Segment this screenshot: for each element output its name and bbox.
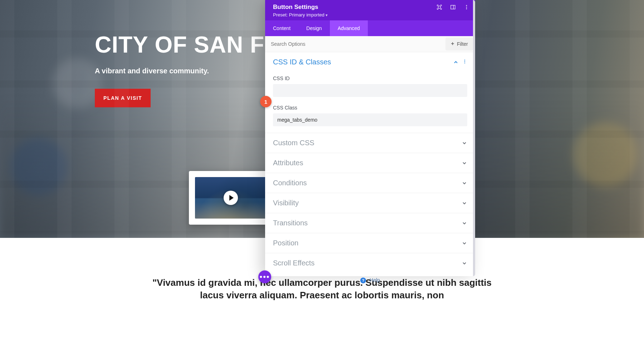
tabs: Content Design Advanced: [265, 20, 475, 36]
svg-rect-1: [451, 5, 455, 9]
help-icon: ?: [360, 278, 366, 283]
css-class-label: CSS Class: [273, 105, 467, 111]
section-position: Position: [265, 233, 475, 253]
section-css-id-classes: CSS ID & Classes CSS ID CSS Class: [265, 52, 475, 133]
tab-advanced[interactable]: Advanced: [330, 20, 368, 36]
section-title-custom-css: Custom CSS: [273, 139, 314, 147]
section-head-attributes[interactable]: Attributes: [265, 153, 475, 173]
filter-label: Filter: [457, 41, 468, 47]
section-attributes: Attributes: [265, 153, 475, 173]
chevron-down-icon: [462, 200, 467, 206]
settings-panel: Button Settings Preset: Primary imported…: [265, 0, 475, 276]
more-button[interactable]: •••: [258, 270, 271, 283]
chevron-down-icon: [462, 140, 467, 146]
css-id-label: CSS ID: [273, 75, 467, 81]
svg-point-10: [464, 62, 465, 63]
search-input[interactable]: [265, 36, 443, 52]
section-title-transitions: Transitions: [273, 219, 308, 227]
section-head-transitions[interactable]: Transitions: [265, 213, 475, 233]
section-title-visibility: Visibility: [273, 199, 299, 207]
section-conditions: Conditions: [265, 173, 475, 193]
section-transitions: Transitions: [265, 213, 475, 233]
chevron-down-icon: [462, 260, 467, 266]
css-class-input[interactable]: [273, 113, 467, 126]
chevron-down-icon: [462, 220, 467, 226]
help-row[interactable]: ? Help: [265, 273, 475, 283]
kebab-icon[interactable]: [462, 59, 467, 65]
search-bar: Filter: [265, 36, 475, 52]
svg-point-8: [464, 59, 465, 60]
tab-design[interactable]: Design: [298, 20, 330, 36]
svg-rect-0: [438, 6, 441, 9]
video-thumbnail[interactable]: [195, 177, 267, 219]
css-id-input[interactable]: [273, 84, 467, 97]
section-head-scroll-effects[interactable]: Scroll Effects: [265, 253, 475, 273]
chevron-down-icon: [462, 160, 467, 166]
play-icon[interactable]: [224, 191, 238, 205]
annotation-1: 1: [260, 96, 272, 107]
section-visibility: Visibility: [265, 193, 475, 213]
preset-dropdown[interactable]: Preset: Primary imported: [273, 12, 467, 18]
svg-point-9: [464, 61, 465, 62]
chevron-up-icon: [453, 59, 459, 65]
plan-visit-button[interactable]: PLAN A VISIT: [95, 89, 151, 107]
section-head-visibility[interactable]: Visibility: [265, 193, 475, 213]
scrollbar[interactable]: [473, 0, 475, 276]
section-title-conditions: Conditions: [273, 179, 307, 187]
svg-point-3: [466, 5, 467, 6]
chevron-down-icon: [462, 180, 467, 186]
section-custom-css: Custom CSS: [265, 133, 475, 153]
chevron-down-icon: [462, 240, 467, 246]
section-head-css-id-classes[interactable]: CSS ID & Classes: [265, 52, 475, 72]
dock-icon[interactable]: [450, 4, 456, 10]
section-head-custom-css[interactable]: Custom CSS: [265, 133, 475, 153]
kebab-icon[interactable]: [464, 4, 469, 10]
help-label: Help: [370, 277, 380, 283]
expand-icon[interactable]: [436, 4, 442, 10]
section-title-scroll-effects: Scroll Effects: [273, 259, 314, 267]
plus-icon: [450, 41, 455, 47]
filter-button[interactable]: Filter: [445, 38, 473, 50]
section-head-conditions[interactable]: Conditions: [265, 173, 475, 193]
section-scroll-effects: Scroll Effects: [265, 253, 475, 273]
section-head-position[interactable]: Position: [265, 233, 475, 253]
svg-point-5: [466, 8, 467, 9]
section-title-css-id-classes: CSS ID & Classes: [273, 58, 331, 66]
panel-header: Button Settings Preset: Primary imported: [265, 0, 475, 20]
svg-point-4: [466, 7, 467, 8]
section-title-attributes: Attributes: [273, 159, 303, 167]
tab-content[interactable]: Content: [265, 20, 298, 36]
section-title-position: Position: [273, 239, 298, 247]
